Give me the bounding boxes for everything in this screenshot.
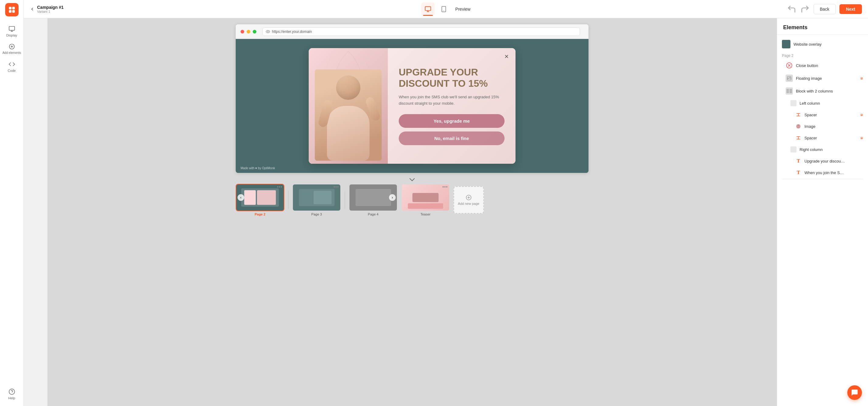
page-thumb-wrapper-3: Page 3 — [292, 184, 341, 216]
page-3-menu[interactable] — [334, 186, 339, 187]
element-floating-image-label: Floating image — [796, 76, 857, 81]
next-button[interactable]: Next — [839, 4, 862, 14]
element-spacer-2[interactable]: Spacer 🖥 — [777, 132, 868, 144]
elements-divider — [782, 179, 863, 179]
popup-heading: UPGRADE YOUR DISCOUNT TO 15% — [399, 67, 504, 89]
element-block-2-columns[interactable]: Block with 2 columns — [777, 85, 868, 97]
element-floating-image[interactable]: Floating image 🖥 — [777, 72, 868, 85]
sidebar-add-elements-label: Add elements — [2, 51, 21, 55]
logo-button[interactable] — [5, 3, 19, 17]
browser-dot-green — [253, 30, 256, 33]
main-content: https://enter.your.domain — [48, 18, 868, 406]
popup-secondary-button[interactable]: No, email is fine — [399, 132, 504, 145]
collapse-chevron[interactable] — [236, 178, 589, 181]
view-toggle: Preview — [421, 2, 470, 16]
page-thumb-4[interactable]: › — [349, 184, 398, 211]
right-panel-title: Elements — [777, 18, 868, 35]
element-when-you-join-label: When you join the S… — [804, 170, 863, 175]
add-page-label: Add new page — [458, 202, 479, 205]
element-spacer-1[interactable]: Spacer 🖥 — [777, 109, 868, 120]
image-icon — [795, 123, 801, 129]
sidebar-item-help[interactable]: Help — [0, 385, 23, 403]
element-left-column[interactable]: Left column — [777, 97, 868, 109]
pages-strip: ‹ Page 2 — [236, 178, 589, 216]
browser-dot-yellow — [247, 30, 250, 33]
popup-body-text: When you join the SMS club we'll send an… — [399, 94, 504, 107]
popup-right-column: ✕ UPGRADE YOUR DISCOUNT TO 15% When you … — [388, 48, 516, 164]
browser-bar: https://enter.your.domain — [236, 24, 589, 39]
popup-left-column — [309, 48, 388, 164]
sidebar-display-label: Display — [6, 33, 17, 37]
back-button[interactable]: Back — [813, 4, 836, 14]
person-silhouette — [315, 69, 382, 161]
overlay-container: ✕ UPGRADE YOUR DISCOUNT TO 15% When you … — [236, 39, 589, 173]
teaser-menu[interactable] — [442, 186, 447, 187]
person-body — [327, 106, 370, 161]
mobile-view-button[interactable] — [437, 2, 451, 16]
spacer-2-icon — [795, 135, 801, 141]
page-separator-1 — [288, 191, 289, 209]
element-close-button[interactable]: Close button — [777, 59, 868, 72]
popup-close-button[interactable]: ✕ — [502, 52, 510, 61]
model-image — [315, 69, 382, 161]
website-overlay-icon — [782, 40, 790, 49]
page-thumb-3[interactable] — [292, 184, 341, 211]
chat-bubble[interactable] — [847, 385, 862, 400]
block-2-columns-icon — [785, 87, 793, 95]
preview-label: Preview — [455, 7, 470, 11]
page-2-prev-arrow[interactable]: ‹ — [238, 194, 244, 201]
element-right-column[interactable]: Right column — [777, 144, 868, 155]
floating-image-icon — [785, 75, 793, 82]
redo-button[interactable] — [800, 4, 810, 14]
spacer-1-icon — [795, 112, 801, 118]
svg-point-17 — [267, 31, 269, 32]
sidebar-item-code[interactable]: Code — [0, 58, 23, 76]
page-2-section-label: Page 2 — [777, 51, 868, 59]
page-2-label: Page 2 — [236, 212, 284, 216]
svg-rect-0 — [9, 7, 11, 9]
desktop-view-button[interactable] — [421, 2, 435, 16]
spacer-2-monitor-icon: 🖥 — [860, 136, 863, 140]
page-thumb-2[interactable]: ‹ — [236, 184, 284, 211]
element-spacer-1-label: Spacer — [804, 113, 857, 117]
page-4-next-arrow[interactable]: › — [389, 194, 396, 201]
element-close-button-label: Close button — [796, 63, 863, 68]
page-3-label: Page 3 — [292, 212, 341, 216]
sidebar-item-display[interactable]: Display — [0, 23, 23, 40]
left-sidebar: Display Add elements Code Help — [0, 0, 24, 406]
browser-url-bar[interactable]: https://enter.your.domain — [262, 27, 580, 36]
element-image[interactable]: Image — [777, 120, 868, 132]
person-head — [336, 76, 361, 100]
right-column-icon — [790, 146, 797, 152]
element-upgrade-text[interactable]: T Upgrade your discou… — [777, 155, 868, 167]
page-thumb-wrapper-2: ‹ Page 2 — [236, 184, 284, 216]
svg-rect-1 — [12, 7, 15, 9]
eye-icon — [266, 30, 270, 34]
popup-primary-button[interactable]: Yes, upgrade me — [399, 114, 504, 128]
element-website-overlay[interactable]: Website overlay — [777, 37, 868, 51]
page-3-preview — [293, 184, 340, 211]
sidebar-help-label: Help — [8, 396, 15, 400]
browser-dot-red — [241, 30, 244, 33]
right-panel: Elements Website overlay Page 2 Close bu… — [777, 18, 868, 406]
page-thumb-teaser[interactable] — [401, 184, 450, 211]
add-page-button[interactable]: Add new page — [454, 186, 484, 214]
element-when-you-join-text[interactable]: T When you join the S… — [777, 167, 868, 178]
svg-rect-12 — [425, 6, 431, 10]
made-with-label: Made with ♥ by OptiMonk — [241, 167, 275, 170]
canvas-area: https://enter.your.domain — [48, 18, 777, 406]
page-2-menu[interactable] — [277, 186, 282, 187]
pages-row: ‹ Page 2 — [236, 184, 589, 216]
page-4-menu[interactable] — [390, 186, 395, 187]
back-nav[interactable]: Campaign #1 Variant 1 — [30, 5, 64, 13]
url-text: https://enter.your.domain — [272, 30, 312, 34]
left-column-icon — [790, 100, 797, 106]
elements-list: Website overlay Page 2 Close button — [777, 35, 868, 182]
svg-rect-4 — [9, 27, 14, 30]
sidebar-item-add-elements[interactable]: Add elements — [0, 40, 23, 58]
spacer-1-monitor-icon: 🖥 — [860, 113, 863, 117]
teaser-preview — [402, 184, 449, 211]
element-right-column-label: Right column — [800, 147, 863, 152]
svg-rect-2 — [9, 10, 11, 13]
undo-button[interactable] — [787, 4, 797, 14]
